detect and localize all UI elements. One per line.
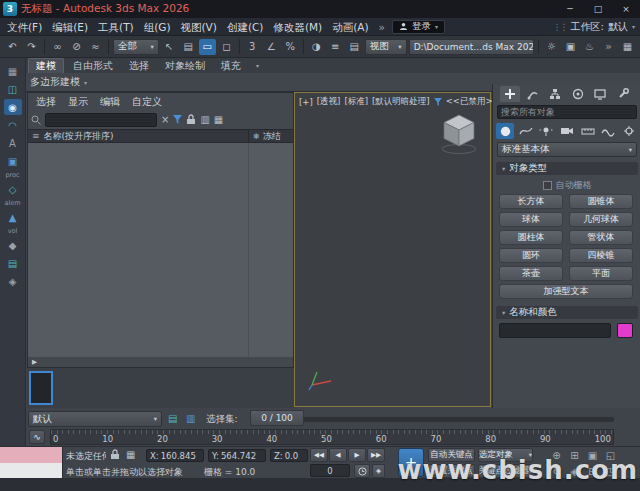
display-tab-icon[interactable]	[590, 86, 610, 102]
explorer-search-input[interactable]	[45, 113, 157, 127]
y-coordinate-field[interactable]: Y: 564.742	[208, 449, 266, 462]
unlink-selection-icon[interactable]: ⊘	[68, 39, 85, 55]
plane-button[interactable]: 平面	[569, 266, 633, 281]
go-to-start-button[interactable]: ◀◀	[310, 448, 328, 462]
explorer-hscroll[interactable]: ▶	[28, 357, 293, 367]
current-frame-field[interactable]: 0	[310, 464, 350, 477]
selection-region-icon[interactable]: ▭	[199, 39, 216, 55]
bind-to-space-warp-icon[interactable]: ≈	[87, 39, 104, 55]
menu-edit[interactable]: 编辑(E)	[47, 18, 93, 36]
ribbon-minimize-icon[interactable]: ▾	[250, 62, 265, 69]
hierarchy-tab-icon[interactable]	[545, 86, 565, 102]
strip-solid-icon[interactable]: ◆	[4, 237, 22, 253]
view-dropdown[interactable]: 视图 ▾	[365, 39, 407, 55]
select-and-link-icon[interactable]: ∞	[49, 39, 66, 55]
time-slider-handle[interactable]: 0 / 100	[250, 410, 304, 426]
explorer-menu-customize[interactable]: 自定义	[126, 93, 168, 110]
strip-grid-icon[interactable]: ▦	[4, 63, 22, 79]
selection-lock-icon[interactable]	[110, 449, 120, 460]
x-coordinate-field[interactable]: X: 160.845	[146, 449, 204, 462]
render-setup-icon[interactable]: ☼	[543, 39, 560, 55]
maxscript-macro-listener[interactable]	[0, 447, 63, 463]
cameras-category-icon[interactable]	[558, 123, 576, 139]
tab-selection[interactable]: 选择	[122, 59, 156, 73]
text-plus-button[interactable]: 加强型文本	[499, 284, 633, 299]
strip-scene-icon[interactable]: ◉	[4, 99, 22, 115]
chevron-down-icon[interactable]: ▾	[632, 23, 635, 30]
strip-gem-icon[interactable]: ◈	[4, 273, 22, 289]
align-icon[interactable]: ≡	[327, 39, 344, 55]
explorer-list-area[interactable]	[28, 143, 293, 357]
geometry-category-icon[interactable]	[496, 123, 514, 139]
box-button[interactable]: 长方体	[499, 194, 563, 209]
project-folder-dropdown[interactable]: D:\Document…ds Max 2026 ▾	[409, 39, 534, 55]
menu-create[interactable]: 创建(C)	[222, 18, 269, 36]
subcategory-dropdown[interactable]: 标准基本体 ▾	[497, 142, 637, 157]
teapot-button[interactable]: 茶壶	[499, 266, 563, 281]
toolbar-extra-icon[interactable]: ▦	[619, 39, 636, 55]
mirror-icon[interactable]: ◑	[308, 39, 325, 55]
strip-text-icon[interactable]: A	[4, 135, 22, 151]
mini-curve-editor-icon[interactable]: ∿	[29, 430, 45, 444]
panel-search-input[interactable]	[497, 105, 637, 119]
strip-display-icon[interactable]: ▣	[4, 153, 22, 169]
minimize-button[interactable]: ─	[556, 0, 584, 18]
cylinder-button[interactable]: 圆柱体	[499, 230, 563, 245]
menu-file[interactable]: 文件(F)	[2, 18, 47, 36]
menu-animation[interactable]: 动画(A)	[327, 18, 373, 36]
menu-tools[interactable]: 工具(T)	[93, 18, 139, 36]
layer-manager-icon[interactable]: ▤	[346, 39, 363, 55]
play-button[interactable]: ▶	[348, 448, 366, 462]
strip-curve-icon[interactable]: ◠	[4, 117, 22, 133]
explorer-menu-edit[interactable]: 编辑	[94, 93, 126, 110]
previous-frame-button[interactable]: ◀	[329, 448, 347, 462]
strip-label-vol[interactable]: vol	[1, 227, 25, 235]
tube-button[interactable]: 管状体	[569, 230, 633, 245]
tab-object-paint[interactable]: 对象绘制	[158, 59, 212, 73]
workspace-value[interactable]: 默认	[608, 20, 628, 34]
select-by-name-icon[interactable]: ▤	[180, 39, 197, 55]
column-config-icon[interactable]: ▦	[214, 114, 223, 125]
sign-in-button[interactable]: 登录 ▾	[392, 20, 445, 34]
angle-snap-icon[interactable]: ∠	[263, 39, 280, 55]
utilities-tab-icon[interactable]	[613, 86, 633, 102]
hamburger-icon[interactable]: ≡	[28, 131, 44, 141]
viewport-menu-general[interactable]: [+]	[299, 97, 313, 107]
z-coordinate-field[interactable]: Z: 0.0	[270, 449, 308, 462]
name-color-rollout[interactable]: ▾ 名称和颜色	[496, 306, 638, 319]
window-crossing-icon[interactable]: ◻	[218, 39, 235, 55]
viewcube[interactable]	[436, 109, 482, 157]
name-column-header[interactable]: 名称(按升序排序)	[44, 130, 114, 143]
menu-modifiers[interactable]: 修改器(M)	[268, 18, 327, 36]
percent-snap-icon[interactable]: %	[282, 39, 299, 55]
go-to-end-button[interactable]: ▶▶	[367, 448, 385, 462]
modify-tab-icon[interactable]	[523, 86, 543, 102]
maxscript-mini-listener[interactable]	[0, 463, 63, 479]
space-warps-category-icon[interactable]	[599, 123, 617, 139]
sphere-button[interactable]: 球体	[499, 212, 563, 227]
maximize-button[interactable]: □	[584, 0, 612, 18]
scroll-right-icon[interactable]: ▶	[28, 358, 37, 366]
render-frame-window-icon[interactable]: ▣	[562, 39, 579, 55]
render-production-icon[interactable]: ♨	[581, 39, 598, 55]
strip-label-alem[interactable]: alem	[1, 199, 25, 207]
viewport[interactable]: [+] [透视] [标准] [默认明暗处理] <<已禁用>>	[294, 92, 491, 407]
shapes-category-icon[interactable]	[517, 123, 535, 139]
create-selection-set-icon[interactable]: ▤	[168, 413, 177, 424]
viewport-menu-pov[interactable]: [透视]	[317, 96, 341, 108]
create-tab-icon[interactable]	[500, 86, 520, 102]
tab-freeform[interactable]: 自由形式	[66, 59, 120, 73]
viewport-menu-shading[interactable]: [默认明暗处理]	[372, 96, 430, 108]
snap-toggle-icon[interactable]: 3	[244, 39, 261, 55]
object-name-input[interactable]	[499, 323, 611, 338]
timeline-ruler[interactable]: 0 10 20 30 40 50 60 70 80 90 100	[50, 429, 614, 445]
helpers-category-icon[interactable]	[579, 123, 597, 139]
redo-icon[interactable]: ↷	[23, 39, 40, 55]
mini-preview-thumbnail[interactable]	[29, 371, 53, 405]
named-selection-set-dropdown[interactable]: 默认 ▾	[28, 411, 162, 427]
menu-group[interactable]: 组(G)	[139, 18, 176, 36]
autogrid-checkbox[interactable]	[543, 181, 552, 190]
time-configuration-button[interactable]	[354, 464, 370, 478]
object-type-rollout[interactable]: ▾ 对象类型	[496, 162, 638, 175]
menu-views[interactable]: 视图(V)	[176, 18, 222, 36]
